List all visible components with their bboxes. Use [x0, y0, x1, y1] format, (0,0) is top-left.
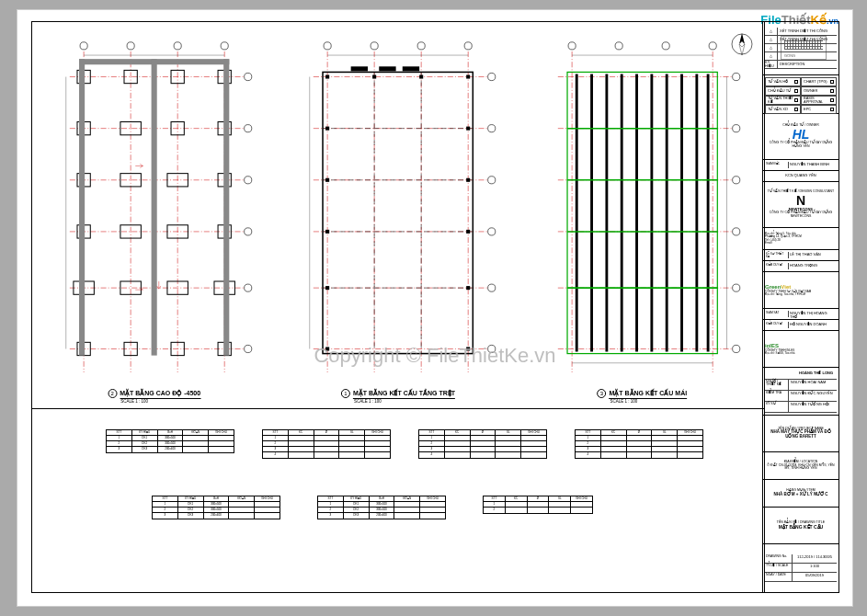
plan-groundfloor-area: 1MẶT BẰNG KẾT CẤU TẦNG TRỆT SCALE 1 : 10… [276, 22, 519, 404]
drawing-frame: 2MẶT BẰNG CAO ĐỘ -4500 SCALE 1 : 100 [31, 21, 765, 593]
svg-rect-94 [351, 66, 368, 71]
svg-rect-47 [152, 59, 157, 355]
plan-roof-drawing [520, 22, 764, 404]
svg-point-16 [245, 125, 252, 132]
svg-point-107 [662, 42, 669, 50]
titleblock: △XÉT TRÌNH DIỆT THI CÔNG△XÉT TRÌNH DIỆT … [762, 21, 839, 593]
designer-addr: Địa chỉ: Tầng 5, Tòa nhàPhường 14, Quận … [763, 228, 838, 250]
plan-groundfloor-drawing [276, 22, 519, 404]
svg-point-63 [417, 42, 425, 50]
svg-rect-80 [419, 74, 423, 78]
svg-point-20 [245, 345, 252, 352]
schedule-table-2: STTKCØSLGHI CHÚ1234 [262, 429, 391, 459]
plans-row: 2MẶT BẰNG CAO ĐỘ -4500 SCALE 1 : 100 [32, 22, 764, 404]
svg-rect-88 [466, 178, 470, 182]
svg-point-66 [488, 125, 496, 132]
svg-rect-86 [325, 347, 329, 350]
consultant-inl-block: inlES CÔNG TY TNHH INLES Địa chỉ: Số 68,… [763, 331, 838, 368]
plan-groundfloor-label: 1MẶT BẰNG KẾT CẤU TẦNG TRỆT SCALE 1 : 10… [341, 389, 455, 404]
svg-rect-78 [325, 74, 329, 78]
svg-point-113 [732, 284, 739, 291]
plan-roof-area: 3MẶT BẰNG KẾT CẤU MÁI SCALE 1 : 100 [520, 22, 764, 404]
svg-point-62 [371, 42, 378, 50]
owner-logo-icon: HL [793, 128, 810, 142]
svg-point-70 [488, 345, 496, 352]
svg-rect-91 [466, 347, 470, 350]
svg-point-109 [732, 73, 739, 80]
schedule-table-6: STTKÝ HIỆUBxHĐOẠNGHI CHÚ1DK1300x5002DK23… [317, 496, 446, 519]
svg-point-112 [732, 228, 739, 235]
schedule-table-1: STTKÝ HIỆUBxHĐOẠNGHI CHÚ1DK1300x5002DK23… [106, 429, 234, 453]
signature-block: HOÀNG THẾ LONG NGƯỜI THIẾT KẾNGUYỄN HOÀI… [763, 368, 838, 416]
designer-block: TƯ VẤN THIẾT KẾ / DESIGN CONSULTANT N NE… [763, 182, 838, 228]
svg-point-105 [568, 42, 576, 50]
plan-foundation-label: 2MẶT BẰNG CAO ĐỘ -4500 SCALE 1 : 100 [108, 389, 200, 404]
svg-rect-96 [403, 66, 419, 71]
svg-rect-82 [325, 127, 329, 131]
svg-rect-48 [223, 59, 229, 355]
svg-point-19 [245, 284, 252, 291]
svg-rect-87 [466, 127, 470, 131]
svg-point-13 [174, 42, 181, 50]
location-block: ĐỊA ĐIỂM / LOCATION Ô ĐẤT CN.01,02,03, K… [763, 452, 838, 480]
svg-point-17 [245, 177, 252, 184]
svg-rect-83 [325, 178, 329, 182]
svg-point-15 [245, 73, 252, 80]
drawing-sheet: FileThiếtKế.vn GONG [17, 9, 853, 607]
svg-rect-95 [380, 66, 396, 71]
svg-point-69 [488, 284, 496, 291]
owner-block: CHỦ ĐẦU TƯ / OWNER HL CÔNG TY CỔ PHẦN ĐẦ… [763, 114, 838, 160]
svg-point-14 [221, 42, 228, 50]
schedule-table-5: STTKÝ HIỆUBxHĐOẠNGHI CHÚ1DK1300x5002DK23… [152, 496, 280, 519]
svg-rect-46 [79, 59, 85, 355]
svg-rect-90 [466, 286, 470, 290]
drawing-title-block: TÊN BẢN VẼ / DRAWING TITLE MẶT BẰNG KẾT … [763, 508, 838, 544]
svg-rect-85 [325, 286, 329, 290]
svg-point-68 [488, 228, 496, 235]
plan-roof-label: 3MẶT BẰNG KẾT CẤU MÁI SCALE 1 : 100 [597, 389, 687, 404]
svg-rect-71 [323, 72, 473, 353]
owner-name-row: GIÁM ĐỐCNGUYỄN THANH BÌNH [763, 160, 838, 171]
svg-rect-81 [466, 74, 470, 78]
project-name-block: TÊN DỰ ÁN / PROJECT NAME NHÀ MÁY THỰC PH… [763, 416, 838, 452]
svg-rect-115 [567, 72, 717, 353]
svg-point-64 [464, 42, 472, 50]
designer-engineer-row: KỸ SƯ THIẾT KẾLÊ THỊ THÁO VÂN [763, 250, 838, 261]
plan-foundation-area: 2MẶT BẰNG CAO ĐỘ -4500 SCALE 1 : 100 [32, 22, 276, 404]
schedule-table-3: STTKCØSLGHI CHÚ1234 [418, 429, 547, 459]
svg-point-11 [80, 42, 87, 50]
schedule-table-4: STTKCØSLGHI CHÚ1234 [575, 429, 703, 459]
check-block: TƯ VẤN HỒCHART (TPG)CHỦ ĐẦU TƯOWNERTƯ VẤ… [763, 75, 838, 114]
svg-point-114 [732, 345, 739, 352]
svg-point-108 [709, 42, 716, 50]
svg-point-12 [127, 42, 134, 50]
svg-point-18 [245, 228, 252, 235]
green-engineer-row: GIÁM SÁTNGUYỄN THỊ HOÀNG THƠ [763, 309, 838, 320]
schedule-tables: STTKÝ HIỆUBxHĐOẠNGHI CHÚ1DK1300x5002DK23… [87, 422, 727, 587]
svg-rect-79 [372, 74, 376, 78]
svg-point-110 [732, 125, 739, 132]
svg-point-65 [488, 73, 496, 80]
svg-rect-84 [325, 230, 329, 234]
item-block: HẠNG MỤC / ITEM NHÀ BƠM + XỬ LÝ NƯỚC [763, 480, 838, 508]
svg-point-106 [615, 42, 622, 50]
svg-rect-89 [466, 230, 470, 234]
owner-addr-row: KCN QUANG YÊN [763, 171, 838, 182]
designer-logo-icon: N [796, 194, 805, 208]
svg-point-67 [488, 177, 496, 184]
revision-block: △XÉT TRÌNH DIỆT THI CÔNG△XÉT TRÌNH DIỆT … [763, 22, 838, 75]
designer-qc-row: KIỂM DUYỆTHOÀNG TRỌNG [763, 261, 838, 272]
svg-point-111 [732, 177, 739, 184]
drawing-number-block: DRAWING No.112-2019 / 114.300/5TỶ LỆ / S… [763, 544, 838, 592]
consultant-green-block: GreenViet CÔNG TY TNHH TƯ VẤN VIỆT NAM Đ… [763, 272, 838, 309]
plan-foundation-drawing [32, 22, 276, 404]
schedule-table-7: STTKCØSLGHI CHÚ12 [483, 496, 593, 514]
horizontal-divider [32, 408, 764, 409]
svg-point-61 [324, 42, 331, 50]
green-qc-row: KIỂM DUYỆTHỒ NGUYỄN DOANH [763, 320, 838, 331]
